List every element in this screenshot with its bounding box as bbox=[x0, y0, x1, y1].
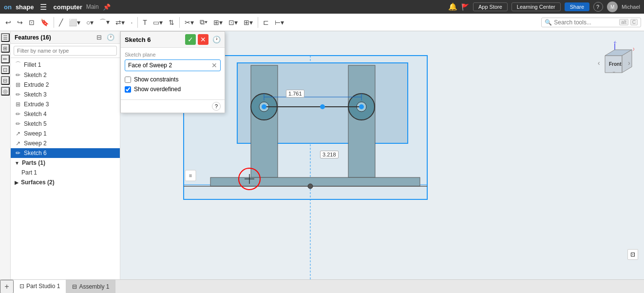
feature-item-sketch2[interactable]: ✏ Sketch 2 bbox=[11, 70, 120, 80]
show-constraints-row: Show constraints bbox=[125, 76, 221, 83]
undo-button[interactable]: ↩ bbox=[3, 17, 14, 28]
assembly-label: Assembly 1 bbox=[79, 283, 109, 290]
surfaces-label: Surfaces (2) bbox=[21, 179, 55, 186]
svg-rect-14 bbox=[210, 177, 420, 186]
mirror-dropdown[interactable]: ⊡▾ bbox=[226, 17, 240, 28]
section-surfaces[interactable]: ▶ Surfaces (2) bbox=[11, 177, 120, 187]
line-tool[interactable]: ╱ bbox=[57, 17, 65, 28]
flag-icon[interactable]: 🚩 bbox=[461, 3, 469, 11]
nav-cube-front-label: Front bbox=[609, 61, 622, 67]
viewport-controls: ⊡ bbox=[627, 249, 638, 260]
feature-label-extrude2: Extrude 2 bbox=[24, 81, 49, 88]
sidebar-toggle[interactable]: ☰ bbox=[1, 33, 10, 42]
transform-dropdown[interactable]: ⇄▾ bbox=[113, 17, 127, 28]
toolbar-separator-1 bbox=[54, 17, 54, 28]
sidebar-icon-4[interactable]: ⊟ bbox=[1, 76, 10, 85]
sketch-icon-5: ✏ bbox=[15, 120, 21, 127]
move-dropdown[interactable]: ⊞▾ bbox=[241, 17, 255, 28]
svg-rect-4 bbox=[251, 65, 278, 177]
search-icon: 🔍 bbox=[545, 19, 552, 26]
learning-center-button[interactable]: Learning Center bbox=[511, 2, 561, 11]
nav-right-arrow[interactable]: › bbox=[628, 59, 630, 67]
dot-tool[interactable]: · bbox=[128, 17, 135, 28]
sketch-icon-3: ✏ bbox=[15, 91, 21, 98]
sidebar-icon-1[interactable]: ⊞ bbox=[1, 44, 10, 53]
features-clock-button[interactable]: 🕐 bbox=[105, 33, 116, 41]
extrude-icon-3: ⊞ bbox=[15, 101, 21, 108]
bookmark-button[interactable]: 🔖 bbox=[38, 17, 51, 28]
svg-text:≡: ≡ bbox=[189, 173, 192, 178]
constraint-tool[interactable]: ⊏ bbox=[261, 17, 271, 28]
text-tool[interactable]: T bbox=[140, 17, 150, 28]
sketch-icon-6: ✏ bbox=[15, 150, 21, 156]
part-studio-label: Part Studio 1 bbox=[26, 283, 60, 290]
sketch-help-button[interactable]: ? bbox=[212, 102, 221, 111]
dim-label-1: 1.761 bbox=[286, 90, 304, 98]
sweep-icon-2: ↗ bbox=[15, 140, 21, 147]
svg-point-19 bbox=[308, 184, 313, 189]
sidebar-icon-3[interactable]: ⊡ bbox=[1, 65, 10, 74]
dimension-dropdown[interactable]: ⊢▾ bbox=[272, 17, 286, 28]
feature-item-sketch5[interactable]: ✏ Sketch 5 bbox=[11, 119, 120, 129]
feature-item-extrude2[interactable]: ⊞ Extrude 2 bbox=[11, 80, 120, 90]
nav-down-arrow[interactable]: ˇ bbox=[613, 71, 615, 78]
section-parts[interactable]: ▼ Parts (1) bbox=[11, 158, 120, 168]
sidebar-icons: ☰ ⊞ ✏ ⊡ ⊟ ◎ bbox=[0, 31, 11, 279]
feature-item-fillet1[interactable]: ⌒ Fillet 1 bbox=[11, 59, 120, 70]
toolbar-separator-2 bbox=[137, 17, 138, 28]
sketch-clock-button[interactable]: 🕐 bbox=[212, 36, 221, 43]
feature-item-sketch6[interactable]: ✏ Sketch 6 bbox=[11, 148, 120, 158]
sketch-plane-clear-button[interactable]: ✕ bbox=[211, 61, 217, 69]
feature-item-sketch4[interactable]: ✏ Sketch 4 bbox=[11, 109, 120, 119]
rect-dropdown[interactable]: ▭▾ bbox=[151, 17, 165, 28]
history-button[interactable]: ⊡ bbox=[26, 17, 37, 28]
sidebar-icon-5[interactable]: ◎ bbox=[1, 87, 10, 96]
parts-chevron-icon: ▼ bbox=[15, 160, 19, 166]
sidebar-icon-2[interactable]: ✏ bbox=[1, 55, 10, 63]
copy-dropdown[interactable]: ⧉▾ bbox=[197, 17, 210, 28]
arc-dropdown[interactable]: ⌒▾ bbox=[97, 17, 112, 28]
sketch-confirm-button[interactable]: ✓ bbox=[185, 34, 196, 45]
features-search bbox=[11, 44, 120, 58]
show-overdefined-checkbox[interactable] bbox=[125, 86, 131, 93]
feature-item-sketch3[interactable]: ✏ Sketch 3 bbox=[11, 90, 120, 99]
add-tab-button[interactable]: + bbox=[0, 280, 14, 293]
feature-label-sketch5: Sketch 5 bbox=[24, 120, 47, 127]
features-search-input[interactable] bbox=[14, 46, 117, 56]
show-constraints-checkbox[interactable] bbox=[125, 77, 131, 83]
nav-left-arrow[interactable]: ‹ bbox=[598, 59, 600, 67]
feature-item-sweep2[interactable]: ↗ Sweep 2 bbox=[11, 138, 120, 148]
search-input[interactable] bbox=[554, 19, 617, 26]
app-store-button[interactable]: App Store bbox=[473, 2, 508, 11]
sketch-plane-row: Face of Sweep 2 ✕ bbox=[125, 59, 221, 71]
show-constraints-label[interactable]: Show constraints bbox=[134, 76, 178, 83]
feature-item-sweep1[interactable]: ↗ Sweep 1 bbox=[11, 129, 120, 138]
show-overdefined-label[interactable]: Show overdefined bbox=[134, 86, 181, 93]
help-button[interactable]: ? bbox=[593, 2, 603, 12]
trim-dropdown[interactable]: ✂▾ bbox=[182, 17, 196, 28]
circle-dropdown[interactable]: ○▾ bbox=[84, 17, 96, 28]
feature-item-part1[interactable]: Part 1 bbox=[11, 168, 120, 177]
sketch-plane-label: Sketch plane bbox=[125, 52, 221, 58]
sketch-close-button[interactable]: ✕ bbox=[198, 34, 208, 45]
notifications-icon[interactable]: 🔔 bbox=[448, 2, 457, 11]
sketch-dropdown[interactable]: ⬜▾ bbox=[66, 17, 83, 28]
features-filter-button[interactable]: ⊟ bbox=[95, 33, 103, 41]
pin-icon: 📌 bbox=[103, 3, 111, 11]
redo-button[interactable]: ↪ bbox=[15, 17, 25, 28]
assembly-tab[interactable]: ⊟ Assembly 1 bbox=[66, 280, 115, 293]
brand-logo: on bbox=[4, 3, 12, 11]
feature-item-extrude3[interactable]: ⊞ Extrude 3 bbox=[11, 99, 120, 109]
part-studio-icon: ⊡ bbox=[19, 283, 24, 290]
sketch-popup-body: Sketch plane Face of Sweep 2 ✕ Show cons… bbox=[121, 48, 225, 99]
toolbar: ↩ ↪ ⊡ 🔖 ╱ ⬜▾ ○▾ ⌒▾ ⇄▾ · T ▭▾ ⇅ ✂▾ ⧉▾ ⊞▾ … bbox=[0, 14, 644, 31]
assembly-icon: ⊟ bbox=[72, 283, 77, 290]
viewport-icon-1[interactable]: ⊡ bbox=[627, 249, 638, 260]
pattern-dropdown[interactable]: ⊞▾ bbox=[211, 17, 225, 28]
extrude-icon-2: ⊞ bbox=[15, 81, 21, 88]
menu-button[interactable]: ☰ bbox=[38, 1, 49, 13]
flip-tool[interactable]: ⇅ bbox=[166, 17, 177, 28]
part-studio-tab[interactable]: ⊡ Part Studio 1 bbox=[14, 280, 66, 293]
main-area: ☰ ⊞ ✏ ⊡ ⊟ ◎ Features (16) ⊟ 🕐 ⌒ Fillet 1… bbox=[0, 31, 644, 279]
share-button[interactable]: Share bbox=[565, 2, 589, 11]
